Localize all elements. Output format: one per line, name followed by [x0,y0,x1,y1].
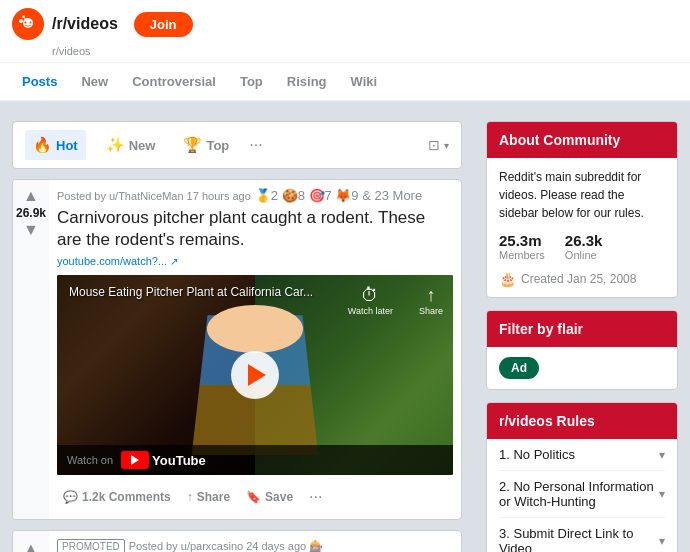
promoted-body: PROMOTED Posted by u/parxcasino 24 days … [49,531,461,552]
promoted-upvote[interactable]: ▲ [22,539,40,552]
members-label: Members [499,249,545,261]
about-header: About Community [487,122,677,158]
comments-button[interactable]: 💬 1.2k Comments [57,485,177,509]
rule-3[interactable]: 3. Submit Direct Link to Video ▾ [499,518,665,552]
logo-area: /r/videos [12,8,118,40]
cake-icon: 🎂 [499,271,516,287]
post-awards: 🥇2 🍪8 🎯7 🦊9 & 23 More [255,188,422,203]
svg-point-2 [25,22,27,24]
rule-3-text: 3. Submit Direct Link to Video [499,526,659,552]
post-link[interactable]: youtube.com/watch?... ↗ [57,255,453,267]
tab-controversial[interactable]: Controversial [122,68,226,95]
rule-3-chevron: ▾ [659,534,665,548]
new-label: New [129,138,156,153]
post-author-meta: Posted by u/ThatNiceMan 17 hours ago [57,190,251,202]
vote-column: ▲ 26.9k ▼ [13,180,49,519]
header-sub-row: r/videos [0,42,690,62]
rules-body: 1. No Politics ▾ 2. No Personal Informat… [487,439,677,552]
tab-new[interactable]: New [71,68,118,95]
members-count: 25.3m [499,232,545,249]
about-created: 🎂 Created Jan 25, 2008 [499,271,665,287]
layout-toggle[interactable]: ⊡ ▾ [428,137,449,153]
main-layout: 🔥 Hot ✨ New 🏆 Top ··· ⊡ ▾ ▲ 26.9k ▼ [0,101,690,552]
save-icon: 🔖 [246,490,261,504]
svg-point-6 [22,15,25,18]
more-actions-button[interactable]: ··· [303,483,328,511]
filter-top[interactable]: 🏆 Top [175,130,237,160]
filter-more[interactable]: ··· [249,136,262,154]
filter-new[interactable]: ✨ New [98,130,164,160]
sidebar: About Community Reddit's main subreddit … [486,121,678,552]
join-button[interactable]: Join [134,12,193,37]
share-button[interactable]: ↑ Share [181,485,236,509]
tab-top[interactable]: Top [230,68,273,95]
reddit-logo [12,8,44,40]
watch-on-label: Watch on [67,454,113,466]
about-community-card: About Community Reddit's main subreddit … [486,121,678,298]
rules-header: r/videos Rules [487,403,677,439]
youtube-icon [121,451,149,469]
top-label: Top [206,138,229,153]
link-text: youtube.com/watch?... [57,255,167,267]
hot-label: Hot [56,138,78,153]
rule-2-chevron: ▾ [659,487,665,501]
rule-1-chevron: ▾ [659,448,665,462]
layout-icon: ⊡ [428,137,440,153]
post-card: ▲ 26.9k ▼ Posted by u/ThatNiceMan 17 hou… [12,179,462,520]
promoted-author-meta: Posted by u/parxcasino 24 days ago 🎰 [129,540,323,552]
promoted-vote-column: ▲ Vote ▼ [13,531,49,552]
rule-2[interactable]: 2. No Personal Information or Witch-Hunt… [499,471,665,518]
upvote-button[interactable]: ▲ [23,188,39,204]
video-thumbnail[interactable]: Mouse Eating Pitcher Plant at California… [57,275,453,475]
watch-later-button[interactable]: ⏱ Watch later [348,285,393,316]
share-video-button[interactable]: ↑ Share [419,285,443,316]
youtube-text: YouTube [152,453,206,468]
downvote-button[interactable]: ▼ [23,222,39,238]
created-text: Created Jan 25, 2008 [521,272,636,286]
post-title[interactable]: Carnivorous pitcher plant caught a roden… [57,207,453,251]
post-meta: Posted by u/ThatNiceMan 17 hours ago 🥇2 … [57,188,453,203]
about-body: Reddit's main subreddit for videos. Plea… [487,158,677,297]
tab-wiki[interactable]: Wiki [341,68,388,95]
filter-bar: 🔥 Hot ✨ New 🏆 Top ··· ⊡ ▾ [12,121,462,169]
about-stats: 25.3m Members 26.3k Online [499,232,665,261]
save-button[interactable]: 🔖 Save [240,485,299,509]
promoted-card: ▲ Vote ▼ PROMOTED Posted by u/parxcasino… [12,530,462,552]
rules-list: 1. No Politics ▾ 2. No Personal Informat… [499,439,665,552]
tab-rising[interactable]: Rising [277,68,337,95]
online-stat: 26.3k Online [565,232,603,261]
comment-icon: 💬 [63,490,78,504]
rules-card: r/videos Rules 1. No Politics ▾ 2. No Pe… [486,402,678,552]
comments-label: 1.2k Comments [82,490,171,504]
filter-hot[interactable]: 🔥 Hot [25,130,86,160]
rule-1-text: 1. No Politics [499,447,575,462]
filter-flair-card: Filter by flair Ad [486,310,678,390]
subreddit-url: r/videos [12,45,91,57]
svg-point-3 [30,22,32,24]
flair-header: Filter by flair [487,311,677,347]
post-actions: 💬 1.2k Comments ↑ Share 🔖 Save ··· [57,483,453,511]
tab-posts[interactable]: Posts [12,68,67,95]
share-icon: ↑ [187,490,193,504]
promoted-badge: PROMOTED [57,539,125,552]
watch-later-label: Watch later [348,306,393,316]
nav-tabs: Posts New Controversial Top Rising Wiki [0,63,690,101]
promoted-meta: PROMOTED Posted by u/parxcasino 24 days … [57,539,453,552]
about-description: Reddit's main subreddit for videos. Plea… [499,168,665,222]
rule-2-text: 2. No Personal Information or Witch-Hunt… [499,479,659,509]
rule-1[interactable]: 1. No Politics ▾ [499,439,665,471]
post-body: Posted by u/ThatNiceMan 17 hours ago 🥇2 … [49,180,461,519]
ad-flair-button[interactable]: Ad [499,357,539,379]
subreddit-title[interactable]: /r/videos [52,15,118,33]
fire-icon: 🔥 [33,136,52,154]
share-video-label: Share [419,306,443,316]
online-label: Online [565,249,603,261]
youtube-logo: YouTube [121,451,206,469]
header-top-row: /r/videos Join [0,0,690,42]
header: /r/videos Join r/videos [0,0,690,63]
vote-count: 26.9k [16,206,46,220]
members-stat: 25.3m Members [499,232,545,261]
play-button[interactable] [231,351,279,399]
svg-point-4 [19,19,23,23]
youtube-bar: Watch on YouTube [57,445,453,475]
